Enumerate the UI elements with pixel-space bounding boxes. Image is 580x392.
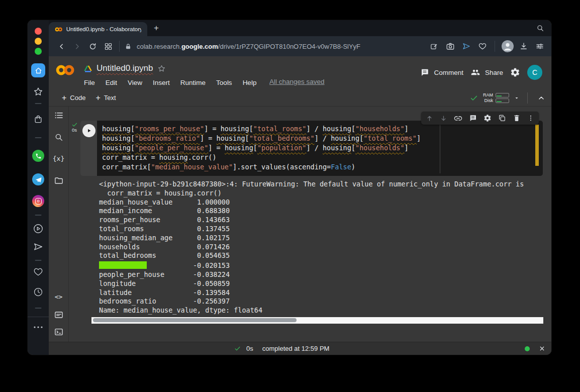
output-row: total_bedrooms0.054635 (99, 251, 551, 260)
code-line: housing["bedrooms_ratio"] = housing["tot… (102, 134, 543, 143)
save-status[interactable]: All changes saved (269, 78, 325, 85)
execution-indicator: 0s (69, 122, 79, 133)
shopping-button[interactable] (33, 114, 43, 124)
add-text-button[interactable]: +Text (90, 92, 121, 104)
video-button[interactable] (33, 223, 44, 234)
favorites-button[interactable] (33, 86, 44, 97)
cell-settings-button[interactable] (484, 114, 492, 122)
menu-item[interactable]: Runtime (180, 79, 206, 86)
output-horizontal-scrollbar[interactable] (91, 317, 543, 324)
menu-item[interactable]: View (128, 79, 142, 86)
output-row: longitude-0.050859 (99, 279, 551, 288)
code-cell[interactable]: housing["rooms_per_house"] = housing["to… (80, 121, 543, 176)
nav-divider (495, 41, 495, 52)
link-icon (454, 114, 462, 123)
output-row: rooms_per_house0.143663 (99, 216, 551, 225)
mirror-cell-button[interactable] (498, 114, 506, 122)
menu-item[interactable]: Tools (216, 79, 232, 86)
likes-button[interactable] (33, 267, 43, 277)
minimize-window-button[interactable] (35, 38, 42, 45)
history-button[interactable] (33, 287, 43, 297)
address-bar: colab.research.google.com/drive/1rPZ7QGI… (49, 36, 551, 56)
status-check-icon (234, 345, 241, 352)
cell-toolbar (421, 112, 539, 125)
account-avatar[interactable]: C (527, 65, 542, 80)
code-snippets-button[interactable]: <> (55, 293, 63, 301)
url-field[interactable]: colab.research.google.com/drive/1rPZ7QGI… (125, 43, 360, 50)
trash-icon (513, 114, 521, 122)
menu-item[interactable]: Help (243, 79, 257, 86)
notebook-title[interactable]: Untitled0.ipynb (96, 63, 153, 73)
new-tab-button[interactable]: + (154, 24, 159, 33)
back-button[interactable] (54, 39, 69, 53)
comment-button[interactable]: Comment (420, 68, 463, 77)
instagram-button[interactable] (32, 195, 44, 207)
desktop: { "browser": { "tab_title": "Untitled0.i… (0, 0, 580, 392)
code-line: corr_matrix["median_house_value"].sort_v… (102, 162, 543, 172)
close-status-bar-button[interactable] (539, 345, 545, 352)
send-button[interactable] (33, 241, 44, 252)
tab-overview-button[interactable] (101, 39, 116, 53)
telegram-button[interactable] (32, 173, 44, 185)
execution-status-bar: 0s completed at 12:59 PM (49, 342, 551, 355)
forward-button[interactable] (69, 39, 85, 53)
collapse-sections-button[interactable] (537, 94, 545, 102)
profile-button[interactable] (501, 40, 514, 53)
reload-button[interactable] (85, 39, 101, 53)
star-icon (157, 64, 166, 73)
table-of-contents-button[interactable] (54, 111, 63, 120)
share-button[interactable]: Share (470, 68, 503, 77)
download-icon (519, 42, 528, 51)
scrollbar-thumb[interactable] (93, 318, 297, 322)
zoom-window-button[interactable] (35, 48, 42, 55)
plus-icon: + (95, 94, 100, 102)
close-window-button[interactable] (35, 28, 42, 35)
files-panel-button[interactable] (54, 176, 63, 185)
edit-bookmark-button[interactable] (427, 40, 441, 53)
whatsapp-button[interactable] (32, 150, 44, 162)
delete-cell-button[interactable] (513, 114, 521, 122)
menu-item[interactable]: Insert (153, 79, 170, 86)
send-page-button[interactable] (459, 40, 473, 53)
output-warning-code: corr_matrix = housing.corr() (99, 189, 551, 198)
tab-search-button[interactable] (536, 24, 544, 32)
move-cell-up-button[interactable] (426, 115, 433, 122)
variables-panel-button[interactable]: {x} (53, 155, 64, 162)
copy-cell-link-button[interactable] (454, 114, 462, 123)
arrow-up-icon (426, 115, 433, 122)
code-line: housing["people_per_house"] = housing["p… (102, 143, 543, 153)
more-cell-actions-button[interactable] (527, 114, 534, 122)
add-code-button[interactable]: +Code (57, 92, 90, 104)
settings-button[interactable] (510, 67, 520, 77)
star-notebook-button[interactable] (157, 64, 166, 73)
shopping-bag-icon (33, 114, 43, 124)
comment-label: Comment (434, 69, 463, 76)
browser-tab[interactable]: Untitled0.ipynb - Colaboratory (49, 22, 147, 36)
code-editor[interactable]: housing["rooms_per_house"] = housing["to… (97, 121, 543, 176)
folder-icon (54, 176, 63, 185)
resources-dropdown-caret[interactable] (514, 95, 520, 101)
browser-settings-button[interactable] (533, 40, 546, 53)
output-row: latitude-0.139584 (99, 288, 551, 298)
more-button[interactable] (33, 326, 43, 329)
command-palette-button[interactable] (54, 310, 63, 320)
menu-item[interactable]: File (84, 79, 95, 86)
connected-check-icon (469, 94, 478, 102)
ellipsis-icon (33, 326, 43, 329)
run-cell-button[interactable] (82, 124, 95, 137)
home-button[interactable] (31, 63, 45, 77)
output-row: median_house_value1.000000 (99, 198, 551, 207)
add-comment-button[interactable] (469, 114, 477, 122)
menu-item[interactable]: Edit (106, 79, 117, 86)
move-cell-down-button[interactable] (440, 115, 447, 122)
search-panel-button[interactable] (54, 133, 63, 142)
resources-indicator[interactable]: RAMDisk (483, 92, 509, 104)
screenshot-button[interactable] (443, 40, 457, 53)
disk-gauge (496, 99, 509, 103)
cell-gutter (80, 121, 97, 176)
ram-gauge (496, 93, 509, 97)
play-icon (86, 128, 92, 134)
downloads-button[interactable] (517, 40, 530, 53)
favorite-button[interactable] (475, 40, 489, 53)
terminal-button[interactable] (54, 327, 63, 337)
